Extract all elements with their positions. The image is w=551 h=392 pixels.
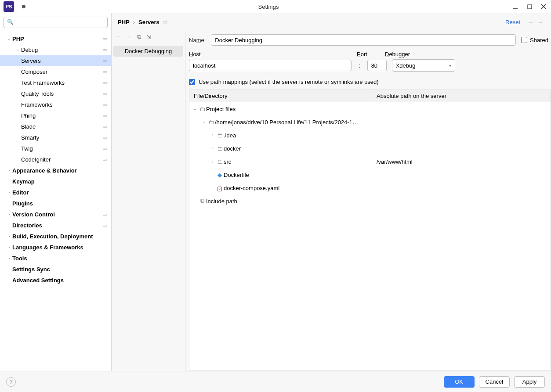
settings-tree-item[interactable]: Plugins (0, 198, 111, 209)
folder-icon: 🗀 (217, 158, 223, 165)
include-path-icon: ⧉ (200, 198, 204, 204)
host-input[interactable] (189, 60, 352, 71)
tree-item-label: Quality Tools (21, 90, 102, 97)
reset-link[interactable]: Reset (505, 19, 520, 25)
colon-separator: : (359, 62, 360, 69)
apply-button[interactable]: Apply (514, 376, 545, 388)
minimize-button[interactable] (511, 3, 519, 11)
mapping-row[interactable]: ›🗀src/var/www/html (189, 155, 551, 168)
project-scope-icon: ▭ (102, 157, 107, 162)
remove-server-button[interactable]: － (126, 33, 132, 41)
name-label: Name: (189, 37, 206, 43)
settings-tree-item[interactable]: Advanced Settings (0, 275, 111, 286)
mapping-absolute-path[interactable]: /var/www/html (372, 158, 551, 165)
tree-arrow-icon: › (6, 212, 12, 217)
ok-button[interactable]: OK (444, 376, 475, 388)
settings-tree-item[interactable]: Keymap (0, 176, 111, 187)
settings-tree-item[interactable]: Phing▭ (0, 110, 111, 121)
project-scope-icon: ▭ (102, 47, 107, 53)
settings-tree-item[interactable]: Blade▭ (0, 121, 111, 132)
port-input[interactable] (367, 60, 387, 71)
settings-search-input[interactable] (4, 17, 108, 28)
tree-item-label: Appearance & Behavior (12, 167, 107, 174)
tree-item-label: Keymap (12, 178, 107, 185)
tree-item-label: Test Frameworks (21, 79, 102, 86)
mapping-row[interactable]: ⧉Include path (189, 194, 551, 208)
settings-tree-item[interactable]: ›Appearance & Behavior (0, 165, 111, 176)
host-label: Host (189, 51, 352, 58)
settings-tree-item[interactable]: Settings Sync (0, 264, 111, 275)
breadcrumb-item: Servers (138, 19, 160, 25)
debugger-select[interactable]: Xdebug ▾ (392, 59, 455, 72)
debugger-label: Debugger (385, 51, 410, 58)
settings-tree-item[interactable]: Servers▭ (0, 55, 111, 66)
project-scope-icon: ▭ (102, 69, 107, 75)
maximize-button[interactable] (526, 3, 533, 11)
mapping-row[interactable]: ⌄🗀Project files (189, 102, 551, 115)
path-mappings-label: Use path mappings (select if the server … (199, 79, 379, 85)
breadcrumb-item[interactable]: PHP (118, 19, 130, 25)
settings-tree-item[interactable]: ›Editor (0, 187, 111, 198)
settings-tree-item[interactable]: ›Build, Execution, Deployment (0, 231, 111, 242)
project-scope-icon: ▭ (102, 36, 107, 42)
settings-tree-item[interactable]: Composer▭ (0, 66, 111, 77)
forward-button[interactable]: → (537, 19, 543, 25)
tree-item-label: Debug (21, 47, 102, 53)
settings-tree-item[interactable]: CodeIgniter▭ (0, 154, 111, 165)
copy-server-button[interactable]: ⧉ (137, 33, 141, 40)
close-button[interactable] (540, 3, 547, 11)
help-button[interactable]: ? (6, 377, 16, 387)
import-server-button[interactable]: ⇲ (146, 34, 151, 40)
settings-tree-item[interactable]: ›Tools (0, 253, 111, 264)
shared-label: Shared (530, 37, 548, 43)
folder-icon: 🗀 (217, 145, 223, 152)
tree-item-label: Composer (21, 68, 102, 75)
project-scope-icon: ▭ (102, 113, 107, 119)
mapping-row[interactable]: ◆Dockerfile (189, 168, 551, 181)
server-name-input[interactable] (211, 34, 516, 46)
tree-item-label: Servers (21, 58, 102, 64)
settings-tree-item[interactable]: Test Frameworks▭ (0, 77, 111, 88)
settings-tree-item[interactable]: Directories▭ (0, 220, 111, 231)
docker-icon: ◆ (218, 172, 222, 178)
window-title: Settings (25, 4, 511, 10)
port-label: Port (357, 51, 380, 58)
tree-item-label: Settings Sync (12, 266, 107, 273)
settings-tree-item[interactable]: ⌄PHP▭ (0, 33, 111, 44)
mapping-row[interactable]: Ydocker-compose.yaml (189, 181, 551, 194)
cancel-button[interactable]: Cancel (479, 376, 510, 388)
project-scope-icon: ▭ (102, 124, 107, 129)
settings-tree-item[interactable]: Smarty▭ (0, 132, 111, 143)
yaml-icon: Y (218, 187, 221, 191)
mapping-file-label: Dockerfile (224, 172, 249, 178)
folder-icon: 🗀 (217, 132, 223, 139)
tree-item-label: Languages & Frameworks (12, 244, 107, 251)
settings-tree[interactable]: ⌄PHP▭›Debug▭Servers▭Composer▭Test Framew… (0, 32, 111, 371)
svg-rect-1 (528, 5, 532, 9)
debugger-selected-value: Xdebug (396, 62, 416, 69)
settings-tree-item[interactable]: Quality Tools▭ (0, 88, 111, 99)
shared-checkbox[interactable] (521, 37, 527, 43)
mapping-row[interactable]: ›🗀.idea (189, 129, 551, 142)
column-header-absolute-path[interactable]: Absolute path on the server (372, 90, 551, 102)
mapping-row[interactable]: ⌄🗀/home/jonas/drive/10 Personal Life/11 … (189, 115, 551, 129)
settings-tree-item[interactable]: ›Version Control▭ (0, 209, 111, 220)
tree-item-label: Tools (12, 255, 107, 262)
settings-tree-item[interactable]: Frameworks▭ (0, 99, 111, 110)
server-detail-form: Name: Shared Host Port Debugger : (185, 31, 551, 371)
mapping-row[interactable]: ›🗀docker (189, 142, 551, 155)
column-header-file[interactable]: File/Directory (189, 90, 372, 102)
settings-tree-item[interactable]: ›Debug▭ (0, 44, 111, 55)
path-mappings-checkbox[interactable] (189, 79, 195, 85)
back-button[interactable]: ← (528, 19, 534, 25)
server-list-panel: ＋ － ⧉ ⇲ Docker Debugging (112, 31, 185, 371)
server-list-item[interactable]: Docker Debugging (113, 46, 183, 57)
add-server-button[interactable]: ＋ (115, 33, 121, 41)
path-mapping-table: File/Directory Absolute path on the serv… (189, 90, 551, 371)
settings-tree-item[interactable]: ›Languages & Frameworks (0, 242, 111, 253)
settings-tree-item[interactable]: Twig▭ (0, 143, 111, 154)
folder-icon: 🗀 (208, 119, 214, 126)
modified-dot-icon (22, 5, 25, 8)
tree-item-label: Phing (21, 112, 102, 119)
tree-arrow-icon: ⌄ (6, 37, 12, 41)
